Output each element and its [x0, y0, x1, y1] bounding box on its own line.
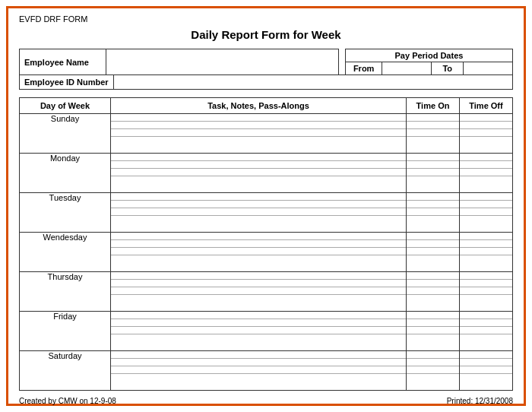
time-off-sub-row[interactable]	[460, 240, 512, 248]
notes-cell[interactable]	[111, 272, 407, 312]
notes-sub-row[interactable]	[111, 359, 406, 366]
notes-sub-row[interactable]	[111, 334, 406, 342]
notes-sub-row[interactable]	[111, 114, 406, 122]
notes-sub-row[interactable]	[111, 169, 406, 176]
time-on-sub-row[interactable]	[407, 240, 459, 248]
time-on-sub-row[interactable]	[407, 201, 459, 208]
notes-sub-row[interactable]	[111, 201, 406, 208]
time-on-cell[interactable]	[407, 154, 460, 193]
time-off-sub-row[interactable]	[460, 351, 512, 359]
time-on-sub-row[interactable]	[407, 154, 459, 161]
time-off-sub-row[interactable]	[460, 334, 512, 342]
notes-cell[interactable]	[111, 193, 407, 233]
time-off-sub-row[interactable]	[460, 233, 512, 240]
time-on-sub-row[interactable]	[407, 255, 459, 263]
time-off-cell[interactable]	[460, 312, 513, 351]
time-on-sub-row[interactable]	[407, 161, 459, 169]
time-on-sub-row[interactable]	[407, 233, 459, 240]
time-on-cell[interactable]	[407, 312, 460, 351]
notes-sub-row[interactable]	[111, 193, 406, 201]
time-on-sub-row[interactable]	[407, 216, 459, 223]
time-on-sub-row[interactable]	[407, 312, 459, 319]
time-on-sub-row[interactable]	[407, 327, 459, 334]
notes-sub-row[interactable]	[111, 248, 406, 255]
time-on-sub-row[interactable]	[407, 366, 459, 374]
time-on-sub-row[interactable]	[407, 359, 459, 366]
time-on-sub-row[interactable]	[407, 114, 459, 122]
time-on-sub-row[interactable]	[407, 374, 459, 382]
time-off-sub-row[interactable]	[460, 366, 512, 374]
time-off-sub-row[interactable]	[460, 359, 512, 366]
time-off-sub-row[interactable]	[460, 327, 512, 334]
notes-sub-row[interactable]	[111, 161, 406, 169]
notes-sub-row[interactable]	[111, 122, 406, 129]
time-on-sub-row[interactable]	[407, 169, 459, 176]
notes-sub-row[interactable]	[111, 240, 406, 248]
time-off-sub-row[interactable]	[460, 161, 512, 169]
time-on-cell[interactable]	[407, 272, 460, 312]
notes-sub-row[interactable]	[111, 327, 406, 334]
employee-name-input[interactable]	[106, 49, 339, 75]
notes-sub-row[interactable]	[111, 216, 406, 223]
time-on-sub-row[interactable]	[407, 287, 459, 295]
time-on-sub-row[interactable]	[407, 122, 459, 129]
time-on-cell[interactable]	[407, 193, 460, 233]
time-off-cell[interactable]	[460, 272, 513, 312]
time-on-sub-row[interactable]	[407, 351, 459, 359]
notes-sub-row[interactable]	[111, 137, 406, 144]
notes-sub-row[interactable]	[111, 129, 406, 137]
time-on-sub-row[interactable]	[407, 129, 459, 137]
notes-sub-row[interactable]	[111, 312, 406, 319]
time-off-sub-row[interactable]	[460, 114, 512, 122]
time-off-sub-row[interactable]	[460, 208, 512, 216]
time-off-sub-row[interactable]	[460, 280, 512, 287]
notes-cell[interactable]	[111, 312, 407, 351]
notes-sub-row[interactable]	[111, 233, 406, 240]
time-off-cell[interactable]	[460, 154, 513, 193]
time-on-sub-row[interactable]	[407, 280, 459, 287]
time-on-sub-row[interactable]	[407, 295, 459, 303]
time-off-cell[interactable]	[460, 114, 513, 154]
to-input[interactable]	[464, 62, 513, 75]
time-off-sub-row[interactable]	[460, 176, 512, 184]
time-off-cell[interactable]	[460, 233, 513, 272]
time-off-sub-row[interactable]	[460, 255, 512, 263]
time-off-sub-row[interactable]	[460, 272, 512, 280]
notes-sub-row[interactable]	[111, 295, 406, 303]
notes-sub-row[interactable]	[111, 287, 406, 295]
time-on-sub-row[interactable]	[407, 319, 459, 327]
notes-sub-row[interactable]	[111, 366, 406, 374]
notes-sub-row[interactable]	[111, 176, 406, 184]
time-on-sub-row[interactable]	[407, 176, 459, 184]
notes-sub-row[interactable]	[111, 280, 406, 287]
notes-cell[interactable]	[111, 154, 407, 193]
time-off-sub-row[interactable]	[460, 193, 512, 201]
time-off-sub-row[interactable]	[460, 374, 512, 382]
time-on-sub-row[interactable]	[407, 193, 459, 201]
notes-sub-row[interactable]	[111, 208, 406, 216]
time-off-sub-row[interactable]	[460, 137, 512, 144]
time-on-sub-row[interactable]	[407, 248, 459, 255]
notes-sub-row[interactable]	[111, 319, 406, 327]
time-off-sub-row[interactable]	[460, 295, 512, 303]
notes-sub-row[interactable]	[111, 374, 406, 382]
notes-cell[interactable]	[111, 351, 407, 391]
time-off-sub-row[interactable]	[460, 287, 512, 295]
employee-id-input[interactable]	[114, 74, 513, 90]
time-off-cell[interactable]	[460, 351, 513, 391]
notes-sub-row[interactable]	[111, 351, 406, 359]
from-input[interactable]	[382, 62, 432, 75]
time-off-sub-row[interactable]	[460, 312, 512, 319]
notes-sub-row[interactable]	[111, 272, 406, 280]
time-off-sub-row[interactable]	[460, 122, 512, 129]
notes-sub-row[interactable]	[111, 255, 406, 263]
time-off-sub-row[interactable]	[460, 169, 512, 176]
time-on-sub-row[interactable]	[407, 272, 459, 280]
time-on-sub-row[interactable]	[407, 334, 459, 342]
time-on-cell[interactable]	[407, 233, 460, 272]
time-on-sub-row[interactable]	[407, 137, 459, 144]
notes-cell[interactable]	[111, 114, 407, 154]
notes-sub-row[interactable]	[111, 154, 406, 161]
time-off-sub-row[interactable]	[460, 201, 512, 208]
time-off-sub-row[interactable]	[460, 129, 512, 137]
